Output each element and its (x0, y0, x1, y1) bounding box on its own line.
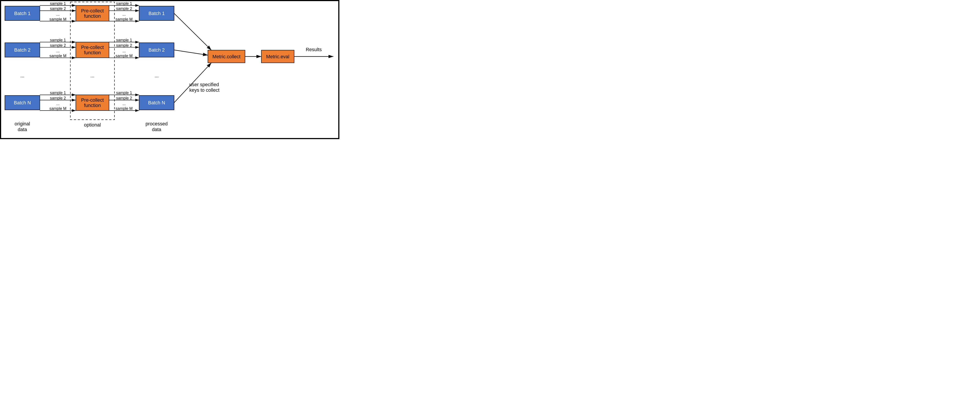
original-data-l1: original (14, 121, 30, 127)
sample-label: sample 1 (116, 38, 132, 42)
original-data-l2: data (18, 127, 27, 132)
processed-data-l1: processed (145, 121, 168, 127)
ellipsis-left: ... (21, 73, 24, 78)
precollectn-l1: Pre-collect (81, 97, 104, 103)
sample-label: sample M (116, 106, 133, 111)
note-l2: keys to collect (189, 87, 220, 93)
note-l1: user specified (189, 82, 219, 87)
arrow-b1-collect (174, 13, 212, 50)
precollectn-l2: function (84, 103, 101, 108)
batch2-left-label: Batch 2 (14, 47, 30, 53)
processed-data-l2: data (152, 127, 161, 132)
batch1-right-label: Batch 1 (148, 11, 165, 16)
sample-label: sample 2 (116, 6, 132, 11)
sample-dots: ... (123, 101, 126, 106)
arrow-b2-collect (174, 50, 208, 55)
batch1-left-label: Batch 1 (14, 11, 30, 16)
precollect2-l2: function (84, 50, 101, 55)
optional-caption: optional (84, 122, 101, 128)
metric-eval-label: Metric.eval (266, 54, 290, 59)
diagram: Batch 1 sample 1 sample 2 ... sample M P… (1, 1, 338, 138)
sample-dots: ... (56, 101, 60, 106)
sample-label: sample 1 (50, 1, 66, 6)
sample-label: sample 1 (50, 38, 66, 42)
sample-label: sample 2 (50, 43, 66, 48)
sample-label: sample 2 (50, 96, 66, 100)
batch2-right-label: Batch 2 (148, 47, 165, 53)
precollect1-l2: function (84, 13, 101, 19)
sample-dots: ... (123, 12, 126, 17)
sample-label: sample 1 (116, 90, 132, 95)
sample-label: sample 2 (116, 43, 132, 48)
results-label: Results (305, 47, 321, 52)
ellipsis-right: ... (154, 73, 159, 78)
batchn-left-label: Batch N (14, 100, 31, 105)
precollect2-l1: Pre-collect (81, 44, 104, 50)
sample-dots: ... (56, 12, 60, 17)
sample-label: sample 1 (116, 1, 132, 6)
sample-label: sample 1 (50, 90, 66, 95)
precollect1-l1: Pre-collect (81, 8, 104, 14)
sample-dots: ... (56, 49, 60, 53)
sample-label: sample 2 (116, 96, 132, 100)
sample-label: sample 2 (50, 6, 66, 11)
sample-label: sample M (49, 17, 67, 22)
batchn-right-label: Batch N (148, 100, 165, 105)
sample-dots: ... (123, 49, 126, 53)
metric-collect-label: Metric.collect (213, 54, 240, 59)
sample-label: sample M (116, 17, 133, 22)
sample-label: sample M (49, 54, 67, 58)
sample-label: sample M (49, 106, 67, 111)
sample-label: sample M (116, 54, 133, 58)
ellipsis-mid: ... (91, 73, 94, 78)
